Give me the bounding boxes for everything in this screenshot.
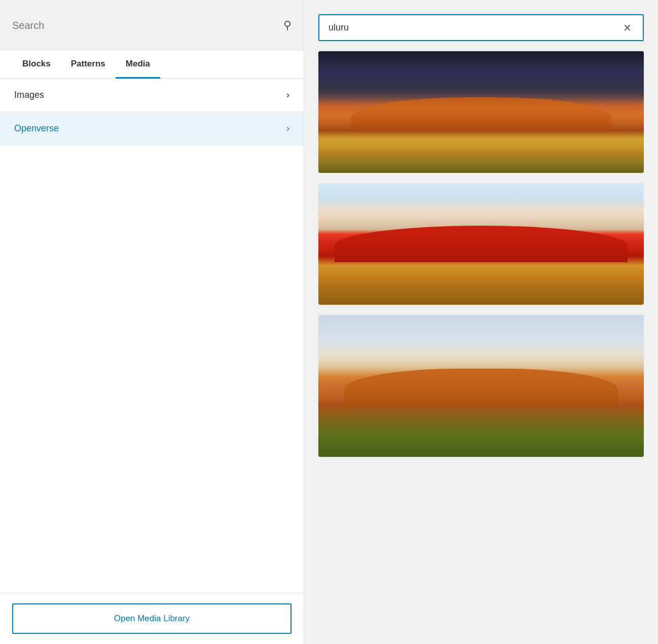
open-media-library-button[interactable]: Open Media Library <box>12 603 291 634</box>
image-result-3[interactable] <box>318 315 644 457</box>
tab-blocks[interactable]: Blocks <box>12 51 61 79</box>
search-input[interactable] <box>12 20 283 31</box>
chevron-right-icon: › <box>286 90 289 100</box>
chevron-right-icon-openverse: › <box>286 123 289 134</box>
left-panel: ⚲ Blocks Patterns Media Images › Openver… <box>0 0 304 644</box>
media-item-openverse[interactable]: Openverse › <box>0 112 304 146</box>
image-result-1[interactable] <box>318 51 644 173</box>
media-item-images-label: Images <box>14 90 44 100</box>
openverse-search-box: ✕ <box>318 14 644 41</box>
openverse-search-input[interactable] <box>328 22 616 33</box>
media-list: Images › Openverse › <box>0 79 304 593</box>
media-item-openverse-label: Openverse <box>14 123 59 134</box>
tabs-bar: Blocks Patterns Media <box>0 51 304 79</box>
tab-patterns[interactable]: Patterns <box>61 51 116 79</box>
image-result-2[interactable] <box>318 183 644 305</box>
search-bar: ⚲ <box>0 0 304 51</box>
tab-media[interactable]: Media <box>116 51 160 79</box>
clear-search-button[interactable]: ✕ <box>621 23 634 33</box>
bottom-button-area: Open Media Library <box>0 593 304 644</box>
media-item-images[interactable]: Images › <box>0 79 304 112</box>
right-panel: ✕ <box>304 0 658 644</box>
search-icon[interactable]: ⚲ <box>283 19 291 32</box>
